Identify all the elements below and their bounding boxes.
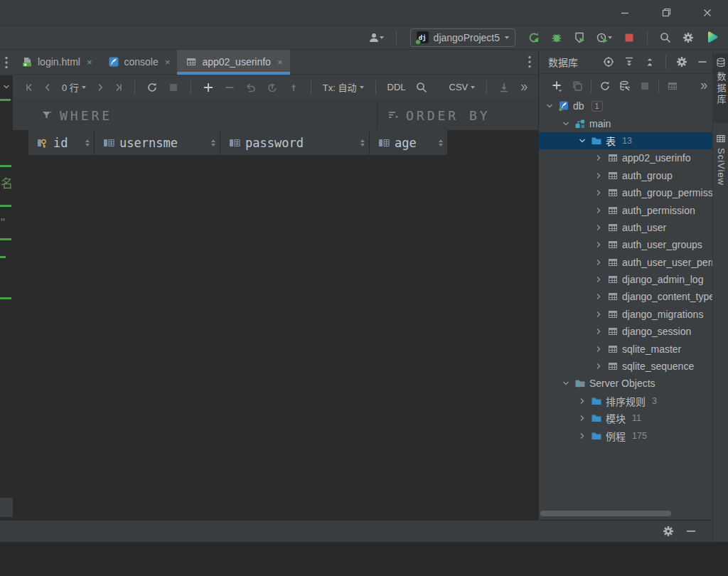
chevron-right-icon[interactable] (594, 223, 604, 232)
hide-panel-icon[interactable] (685, 526, 697, 537)
stop-button[interactable] (623, 32, 635, 43)
ddl-button[interactable]: DDL (387, 82, 406, 92)
tree-item-table[interactable]: django_session (539, 323, 713, 340)
kebab-menu-icon[interactable] (5, 56, 8, 69)
chevron-right-icon[interactable] (577, 432, 587, 440)
plugin-logo-button[interactable] (705, 31, 719, 45)
gear-icon[interactable] (663, 526, 674, 537)
duplicate-button[interactable] (572, 80, 583, 92)
delete-row-button[interactable] (224, 82, 235, 93)
horizontal-scrollbar[interactable] (540, 511, 671, 516)
export-format-dropdown[interactable]: CSV (449, 82, 476, 92)
reload-data-button[interactable] (146, 82, 158, 93)
new-datasource-button[interactable] (552, 80, 563, 92)
expand-all-icon[interactable] (623, 56, 635, 68)
grid-body-empty[interactable] (13, 155, 538, 518)
profiler-button[interactable] (596, 32, 612, 43)
settings-button[interactable] (682, 32, 694, 43)
chevron-right-icon[interactable] (594, 292, 604, 301)
run-with-coverage-button[interactable] (574, 32, 585, 43)
close-button[interactable] (687, 0, 728, 25)
chevron-right-icon[interactable] (594, 310, 604, 319)
chevron-right-icon[interactable] (594, 154, 604, 162)
where-filter-field[interactable]: WHERE (13, 108, 377, 123)
more-actions-button[interactable] (520, 83, 528, 92)
sort-arrows-icon[interactable] (85, 139, 90, 146)
run-configuration-selector[interactable]: dj djangoProject5 (410, 28, 515, 47)
chevron-right-icon[interactable] (594, 206, 604, 215)
more-actions-button[interactable] (700, 82, 708, 90)
tab-login-html[interactable]: H login.html × (13, 50, 100, 74)
maximize-button[interactable] (646, 0, 687, 25)
tree-item-table[interactable]: sqlite_master (539, 340, 713, 357)
sort-arrows-icon[interactable] (439, 139, 443, 146)
tab-app02-userinfo[interactable]: app02_userinfo × (177, 50, 289, 74)
column-header-id[interactable]: id (28, 130, 95, 155)
tree-item-routines-folder[interactable]: 例程 175 (539, 427, 713, 444)
chevron-right-icon[interactable] (594, 345, 604, 353)
submit-changes-button[interactable] (288, 82, 299, 93)
export-data-button[interactable] (498, 82, 510, 93)
chevron-right-icon[interactable] (594, 327, 604, 336)
tree-item-table[interactable]: django_migrations (539, 306, 713, 323)
transaction-mode-dropdown[interactable]: Tx: 自动 (323, 80, 364, 94)
page-size-dropdown[interactable]: 0 行 (62, 80, 86, 94)
toolwindow-tab-sciview[interactable]: SciView (713, 129, 728, 199)
chevron-right-icon[interactable] (594, 188, 604, 197)
find-in-grid-button[interactable] (416, 82, 427, 93)
sort-arrows-icon[interactable] (360, 139, 365, 146)
tree-item-table[interactable]: auth_user (539, 219, 713, 236)
tree-item-table[interactable]: auth_group (539, 167, 713, 184)
stop-query-button[interactable] (168, 82, 179, 93)
tree-item-table[interactable]: auth_group_permissions (539, 184, 713, 201)
datasource-properties-button[interactable] (619, 80, 631, 92)
tree-item-table[interactable]: auth_permission (539, 201, 713, 218)
chevron-down-icon[interactable] (561, 119, 571, 128)
collapse-all-icon[interactable] (644, 56, 655, 68)
jump-to-table-button[interactable] (667, 80, 678, 92)
close-tab-icon[interactable]: × (87, 58, 92, 67)
hide-panel-icon[interactable] (697, 56, 708, 68)
tree-item-main[interactable]: main (539, 114, 713, 132)
chevron-down-icon[interactable] (545, 102, 555, 110)
locate-target-icon[interactable] (603, 56, 614, 68)
tree-item-table[interactable]: app02_userinfo (539, 149, 713, 166)
editor-fold-chevron[interactable] (2, 82, 11, 93)
close-tab-icon[interactable]: × (165, 58, 171, 67)
chevron-right-icon[interactable] (577, 397, 587, 405)
tab-console[interactable]: console × (100, 50, 178, 74)
order-by-field[interactable]: ORDER BY (378, 108, 538, 123)
last-page-button[interactable] (114, 83, 123, 92)
add-row-button[interactable] (203, 82, 214, 93)
debug-button[interactable] (551, 32, 562, 43)
tree-item-db[interactable]: db 1 (539, 97, 713, 114)
column-header-age[interactable]: age (370, 130, 448, 155)
stop-button[interactable] (639, 80, 651, 92)
chevron-down-icon[interactable] (577, 137, 587, 145)
tabbar-options-button[interactable] (528, 50, 538, 74)
previous-page-button[interactable] (43, 83, 52, 92)
revert-changes-button[interactable] (245, 82, 257, 93)
chevron-right-icon[interactable] (594, 171, 604, 180)
chevron-down-icon[interactable] (561, 379, 571, 388)
sort-arrows-icon[interactable] (211, 139, 215, 146)
refresh-datasource-button[interactable] (599, 80, 611, 92)
toolwindow-tab-database[interactable]: 数据库 (713, 53, 728, 123)
tree-item-collations-folder[interactable]: 排序规则 3 (539, 393, 713, 410)
minimize-button[interactable] (604, 0, 646, 25)
tree-item-table[interactable]: auth_user_user_permissions (539, 254, 713, 271)
column-header-password[interactable]: password (220, 130, 370, 155)
chevron-right-icon[interactable] (594, 275, 604, 284)
next-page-button[interactable] (96, 83, 105, 92)
column-header-usernsme[interactable]: usernsme (95, 130, 220, 155)
tree-item-server-objects[interactable]: Server Objects (539, 375, 713, 392)
refresh-compare-button[interactable] (267, 82, 278, 93)
tree-item-table[interactable]: sqlite_sequence (539, 358, 713, 375)
close-tab-icon[interactable]: × (277, 58, 283, 67)
tree-item-modules-folder[interactable]: 模块 11 (539, 410, 713, 427)
chevron-right-icon[interactable] (594, 258, 604, 267)
tree-item-table[interactable]: django_admin_log (539, 271, 713, 288)
gear-icon[interactable] (676, 56, 687, 68)
tree-item-table[interactable]: auth_user_groups (539, 236, 713, 253)
chevron-right-icon[interactable] (594, 362, 604, 370)
